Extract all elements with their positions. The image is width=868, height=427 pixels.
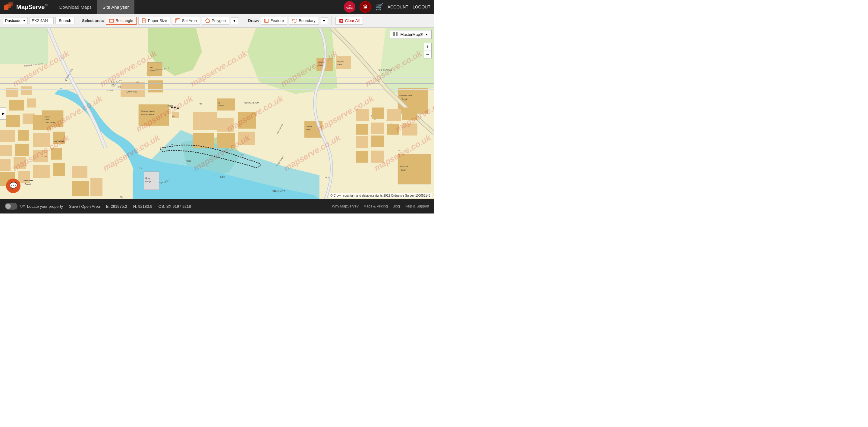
os-coords: OS: SX 9197 9218 [158, 204, 191, 209]
svg-text:Weavers: Weavers [24, 179, 33, 182]
map-layer-dropdown[interactable]: ▼ [425, 33, 428, 36]
svg-text:Bridge: Bridge [145, 180, 151, 183]
svg-text:Posts: Posts [167, 105, 173, 107]
set-area-icon [176, 19, 180, 23]
postcode-dropdown[interactable]: Postcode ▼ [3, 17, 28, 24]
zoom-in-button[interactable]: + [424, 43, 432, 51]
play-button[interactable]: ▶ [0, 107, 6, 120]
set-area-button[interactable]: Set Area [172, 17, 200, 25]
svg-text:Villas: Villas [306, 129, 310, 130]
feature-icon [264, 19, 269, 23]
logo-text: MapServe™ [16, 4, 48, 10]
toggle-off-label: Off [20, 204, 25, 208]
polygon-icon [205, 19, 210, 23]
svg-text:THE QUAY: THE QUAY [271, 189, 285, 192]
blog-link[interactable]: Blog [393, 204, 400, 208]
red-badge[interactable]: 🏛 [360, 1, 371, 13]
svg-text:7.9m: 7.9m [169, 143, 174, 145]
paper-size-icon: A4 [142, 19, 147, 23]
chevron-down-icon: ▼ [23, 19, 26, 22]
svg-rect-129 [355, 109, 369, 121]
toolbar-divider-2 [242, 16, 242, 25]
paper-size-button[interactable]: A4 Paper Size [138, 17, 170, 25]
nav-download-maps[interactable]: Download Maps [54, 0, 97, 14]
svg-rect-72 [217, 98, 235, 110]
boundary-dropdown[interactable]: ▼ [321, 18, 328, 24]
search-button[interactable]: Search [56, 17, 74, 24]
svg-text:QUAY HILL: QUAY HILL [127, 91, 137, 93]
locate-property-label: Locate your property [27, 204, 63, 209]
postcode-input[interactable] [30, 17, 54, 24]
svg-text:Court: Court [401, 169, 406, 171]
help-support-link[interactable]: Help & Support [405, 204, 429, 208]
svg-text:Quay: Quay [145, 177, 150, 179]
svg-rect-134 [371, 123, 384, 134]
rectangle-button[interactable]: Rectangle [106, 17, 136, 25]
maps-pricing-link[interactable]: Maps & Pricing [364, 204, 388, 208]
svg-rect-28 [0, 145, 12, 156]
svg-text:SM: SM [120, 196, 123, 198]
why-mapserve-link[interactable]: Why MapServe? [332, 204, 359, 208]
svg-text:+: + [33, 142, 35, 146]
svg-text:Foyer: Foyer [44, 119, 49, 121]
save-open-area-label[interactable]: Save / Open Area [69, 204, 100, 209]
svg-rect-49 [72, 181, 89, 196]
boundary-button[interactable]: Boundary [289, 17, 319, 25]
os-partner-badge[interactable]: OSPartner [344, 1, 355, 13]
svg-text:Sub Sta: Sub Sta [218, 105, 224, 107]
map-layer-icon [393, 32, 398, 37]
svg-rect-50 [90, 178, 102, 196]
clear-all-button[interactable]: Clear All [336, 17, 363, 25]
toolbar-divider-1 [78, 16, 79, 25]
feature-button[interactable]: Feature [261, 17, 287, 25]
svg-text:1: 1 [146, 73, 147, 75]
cart-icon[interactable]: 🛒 [375, 3, 383, 11]
boundary-icon [292, 19, 297, 23]
svg-rect-21 [21, 87, 32, 95]
nav-site-analyser[interactable]: Site Analyser [97, 0, 134, 14]
svg-text:Posts: Posts [186, 160, 191, 162]
polygon-button[interactable]: Polygon [202, 17, 229, 25]
account-link[interactable]: ACCOUNT [388, 4, 408, 9]
svg-text:Magnolia: Magnolia [337, 61, 344, 63]
svg-rect-147 [396, 34, 398, 36]
svg-rect-26 [0, 130, 15, 142]
polygon-dropdown[interactable]: ▼ [231, 18, 238, 24]
trash-icon [339, 19, 344, 23]
svg-rect-82 [217, 133, 235, 148]
map-container[interactable]: Exeter Foyer The X Centre Leatside Weave… [0, 28, 434, 199]
svg-rect-25 [23, 113, 35, 124]
svg-rect-15 [0, 28, 48, 64]
svg-rect-30 [0, 159, 10, 171]
svg-rect-146 [393, 34, 395, 36]
header: MapServe™ Download Maps Site Analyser OS… [0, 0, 434, 14]
svg-rect-135 [387, 124, 399, 135]
select-area-label: Select area: [82, 19, 104, 23]
svg-text:FRIARS GA...: FRIARS GA... [377, 69, 392, 71]
svg-rect-138 [371, 135, 384, 147]
locate-toggle-switch[interactable] [5, 203, 18, 209]
svg-text:Quay Gate: Quay Gate [111, 81, 120, 83]
toolbar: Postcode ▼ Search Select area: Rectangle… [0, 14, 434, 28]
map-layer-label: MasterMap® [400, 32, 423, 37]
logout-link[interactable]: LOGOUT [412, 4, 430, 9]
svg-text:DW: DW [135, 81, 139, 83]
svg-text:Court: Court [25, 183, 31, 186]
chat-icon: 💬 [9, 182, 18, 190]
chat-bubble[interactable]: 💬 [6, 178, 21, 193]
svg-text:PCs: PCs [326, 176, 330, 178]
svg-text:FB: FB [140, 167, 142, 169]
zoom-out-button[interactable]: − [424, 51, 432, 58]
logo-area: MapServe™ [4, 1, 48, 12]
svg-text:2: 2 [149, 75, 150, 78]
svg-text:Leatside: Leatside [53, 140, 64, 143]
svg-point-57 [174, 107, 176, 108]
svg-rect-40 [53, 163, 65, 176]
svg-rect-23 [27, 98, 36, 107]
svg-rect-136 [402, 124, 417, 135]
svg-text:Temple: Temple [401, 98, 408, 101]
svg-rect-24 [6, 115, 20, 127]
map-legend[interactable]: MasterMap® ▼ [390, 30, 432, 39]
svg-rect-35 [33, 133, 50, 146]
svg-rect-39 [33, 165, 50, 178]
